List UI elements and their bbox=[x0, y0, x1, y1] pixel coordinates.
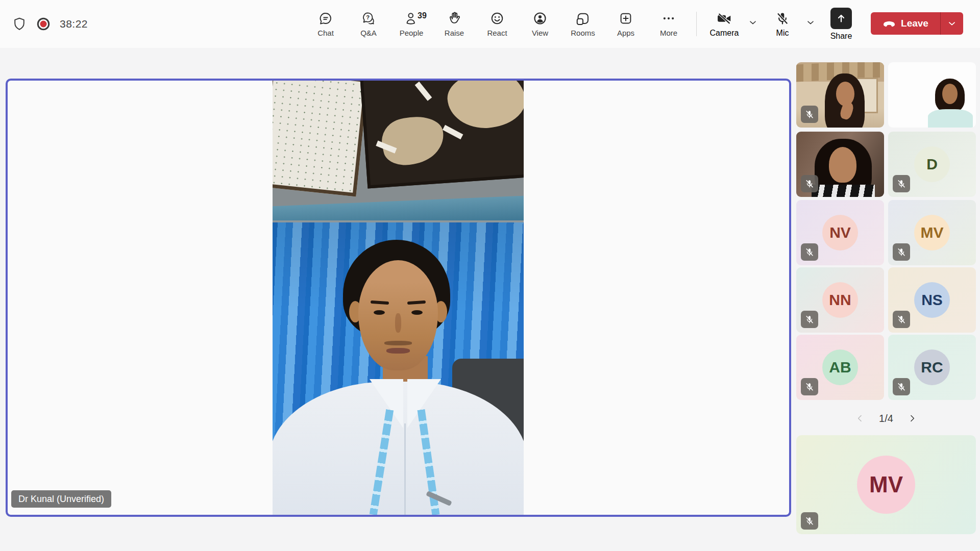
more-ellipsis-icon bbox=[661, 11, 676, 26]
rooms-button[interactable]: Rooms bbox=[561, 0, 604, 48]
chat-icon bbox=[318, 11, 333, 26]
people-button[interactable]: 39 People bbox=[390, 0, 433, 48]
main-speaker-video bbox=[273, 81, 524, 515]
mic-muted-badge bbox=[893, 378, 910, 395]
chat-label: Chat bbox=[317, 29, 334, 37]
mic-muted-badge bbox=[893, 175, 910, 192]
main-video-tile[interactable]: Dr Kunal (Unverified) bbox=[6, 79, 791, 517]
more-button[interactable]: More bbox=[647, 0, 690, 48]
view-label: View bbox=[532, 29, 548, 37]
toolbar-divider bbox=[696, 12, 697, 36]
pagination-prev-chevron[interactable] bbox=[853, 412, 867, 425]
participant-avatar-tile-rc[interactable]: RC bbox=[888, 335, 976, 400]
qna-button[interactable]: ? Q&A bbox=[347, 0, 390, 48]
mic-muted-badge bbox=[801, 175, 818, 192]
react-label: React bbox=[487, 29, 507, 37]
share-label: Share bbox=[830, 32, 852, 41]
avatar: NS bbox=[914, 282, 950, 318]
react-button[interactable]: React bbox=[476, 0, 519, 48]
mic-muted-badge bbox=[801, 243, 818, 261]
svg-text:?: ? bbox=[366, 14, 370, 20]
wall-map-left bbox=[273, 81, 369, 196]
participant-avatar-tile-ns[interactable]: NS bbox=[888, 267, 976, 333]
speaker-face bbox=[358, 260, 438, 370]
toolbar-actions: Chat ? Q&A 39 People Raise React bbox=[304, 0, 690, 48]
camera-button[interactable]: Camera bbox=[708, 0, 740, 48]
wall-map-right bbox=[359, 81, 524, 188]
camera-options-chevron[interactable] bbox=[746, 15, 760, 30]
qna-icon: ? bbox=[361, 11, 376, 26]
view-button[interactable]: View bbox=[519, 0, 561, 48]
view-icon bbox=[532, 11, 548, 26]
people-icon bbox=[404, 11, 419, 26]
rooms-label: Rooms bbox=[571, 29, 595, 37]
mic-muted-badge bbox=[801, 378, 818, 395]
chat-button[interactable]: Chat bbox=[304, 0, 347, 48]
avatar: AB bbox=[822, 349, 858, 385]
camera-label: Camera bbox=[710, 29, 739, 38]
participant-avatar-tile-nv[interactable]: NV bbox=[796, 200, 884, 265]
mic-off-icon bbox=[775, 11, 790, 26]
pagination-next-chevron[interactable] bbox=[905, 412, 919, 425]
recording-indicator-icon bbox=[36, 16, 51, 32]
participant-video-tile-3[interactable] bbox=[796, 132, 884, 197]
apps-label: Apps bbox=[617, 29, 634, 37]
avatar: NV bbox=[822, 215, 858, 251]
mic-muted-badge bbox=[893, 311, 910, 328]
people-label: People bbox=[400, 29, 424, 37]
meeting-status-group: 38:22 bbox=[12, 0, 88, 48]
avatar: D bbox=[914, 146, 950, 182]
speaker-name-text: Dr Kunal (Unverified) bbox=[18, 494, 104, 505]
more-label: More bbox=[660, 29, 677, 37]
qna-label: Q&A bbox=[360, 29, 377, 37]
people-count-badge: 39 bbox=[418, 11, 427, 20]
meeting-timer: 38:22 bbox=[60, 18, 88, 30]
avatar: RC bbox=[914, 349, 950, 385]
participant-avatar-tile-d[interactable]: D bbox=[888, 132, 976, 197]
raise-label: Raise bbox=[445, 29, 464, 37]
leave-label: Leave bbox=[901, 18, 928, 29]
avatar: MV bbox=[914, 215, 950, 251]
leave-main-action[interactable]: Leave bbox=[871, 12, 940, 35]
participant-video-tile-1[interactable] bbox=[796, 62, 884, 128]
speaker-name-label: Dr Kunal (Unverified) bbox=[11, 490, 111, 508]
raise-hand-icon bbox=[447, 11, 462, 26]
hangup-phone-icon bbox=[883, 20, 896, 27]
mic-muted-badge bbox=[801, 512, 818, 530]
mic-muted-badge bbox=[801, 106, 818, 123]
roster-pagination: 1/4 bbox=[796, 408, 976, 429]
mic-button[interactable]: Mic bbox=[770, 0, 795, 48]
leave-options-chevron[interactable] bbox=[941, 12, 963, 35]
meeting-toolbar: 38:22 Chat ? Q&A 39 People Raise bbox=[0, 0, 980, 48]
share-icon bbox=[830, 8, 852, 29]
participant-avatar-tile-mv[interactable]: MV bbox=[888, 200, 976, 265]
avatar: NN bbox=[822, 282, 858, 318]
raise-hand-button[interactable]: Raise bbox=[433, 0, 476, 48]
avatar: MV bbox=[857, 456, 915, 514]
participant-avatar-tile-ab[interactable]: AB bbox=[796, 335, 884, 400]
mic-label: Mic bbox=[776, 29, 789, 38]
shield-icon bbox=[12, 16, 27, 32]
mic-muted-badge bbox=[893, 243, 910, 261]
apps-button[interactable]: Apps bbox=[604, 0, 647, 48]
react-smiley-icon bbox=[489, 11, 505, 26]
apps-icon bbox=[618, 11, 633, 26]
mic-muted-badge bbox=[801, 311, 818, 328]
participant-video-tile-2[interactable] bbox=[888, 62, 976, 128]
mic-options-chevron[interactable] bbox=[803, 15, 818, 30]
share-button[interactable]: Share bbox=[827, 0, 855, 48]
participant-avatar-tile-nn[interactable]: NN bbox=[796, 267, 884, 333]
participant-spotlight-tile-mv[interactable]: MV bbox=[796, 435, 976, 534]
rooms-icon bbox=[575, 11, 591, 26]
camera-off-icon bbox=[716, 11, 732, 26]
pagination-page-indicator: 1/4 bbox=[879, 413, 893, 424]
leave-button[interactable]: Leave bbox=[871, 12, 963, 35]
